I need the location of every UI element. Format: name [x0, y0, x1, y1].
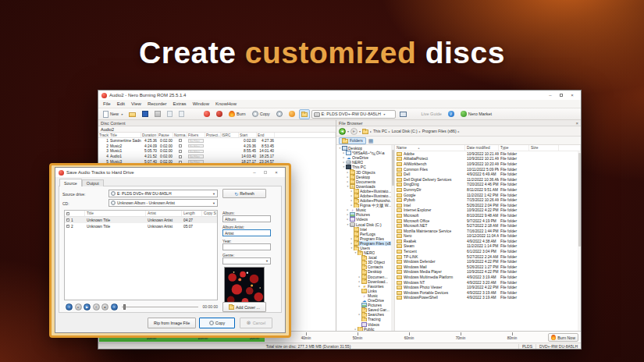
file-row[interactable]: Intel5/26/2022 2:04 PMFile folder — [395, 203, 581, 208]
track-row[interactable]: 1Summertime Sadn...4:25.360:02.00No Filt… — [98, 138, 336, 144]
file-row[interactable]: DummyDir8/11/2022 9:51 AMFile folder — [395, 187, 581, 193]
forward-button[interactable]: ► — [350, 128, 358, 135]
maximize-button[interactable] — [556, 91, 567, 100]
file-row[interactable]: Windows Mail5/26/2022 1:27 PMFile folder — [395, 264, 581, 270]
track-col-header[interactable]: ISRC — [221, 133, 239, 137]
dialog-track-row[interactable]: ✓1Unknown TitleUnknown Artist04:27 — [65, 217, 217, 223]
menu-item-edit[interactable]: Edit — [117, 101, 125, 106]
file-col-header[interactable]: Date modified — [465, 145, 499, 151]
file-col-header[interactable]: Size — [529, 145, 559, 151]
refresh-button[interactable]: ↻ Refresh — [222, 189, 266, 198]
record-button[interactable]: ● — [75, 303, 82, 311]
file-row[interactable]: Microsoft.NET5/27/2022 2:18 AMFile folde… — [395, 223, 581, 229]
file-row[interactable]: Windows NT4/9/2022 3:20 AMFile folder — [395, 280, 581, 286]
skip-back-button[interactable]: « — [66, 303, 73, 311]
toolbar-paste[interactable] — [176, 109, 187, 119]
toolbar-open[interactable] — [126, 109, 138, 119]
file-row[interactable]: Internet Explorer10/9/2022 4:22 PMFile f… — [395, 208, 581, 214]
toolbar-copy-page[interactable] — [165, 109, 175, 119]
back-button[interactable]: ◄ — [339, 128, 346, 135]
file-list-header[interactable]: Name▲Date modifiedTypeSize — [395, 145, 581, 151]
file-row[interactable]: Windows Defender10/9/2022 4:22 PMFile fo… — [395, 259, 581, 264]
filter-field[interactable]: No Filter — [188, 154, 204, 158]
file-row[interactable]: iPybob7/15/2022 10:26 AMFile folder — [395, 197, 581, 203]
tracks-table-header[interactable]: ✓TitleArtistLengthCopy Status — [65, 211, 217, 217]
list-scrollbar[interactable] — [578, 151, 581, 331]
file-row[interactable]: Microsoft Office9/7/2022 4:19 PMFile fol… — [395, 218, 581, 224]
rip-from-image-button[interactable]: Rip from Image File — [148, 318, 196, 328]
stop-button[interactable]: ■ — [101, 303, 109, 311]
track-table-header[interactable]: TrackTitleDurationPauseNorma...FiltersPr… — [98, 133, 336, 138]
disc-name-bar[interactable]: Audio2 — [98, 126, 336, 133]
file-row[interactable]: Windows Multimedia Platform4/9/2022 3:19… — [395, 275, 581, 280]
tree-scrollbar-thumb[interactable] — [392, 150, 394, 186]
normalize-checkbox[interactable] — [179, 155, 182, 158]
file-row[interactable]: Steam11/2/2022 1:14 PMFile folder — [395, 244, 581, 250]
toolbar-burn[interactable]: Burn — [226, 109, 248, 119]
file-row[interactable]: Realtek4/9/2022 4:38 AMFile folder — [395, 239, 581, 244]
file-row[interactable]: Microsoft8/10/2022 9:48 AMFile folder — [395, 213, 581, 218]
dialog-col-header[interactable]: Copy Status — [202, 211, 217, 216]
toolbar-info[interactable]: i — [446, 109, 457, 119]
toolbar-cut[interactable] — [152, 109, 163, 119]
toolbar-undo[interactable] — [188, 109, 200, 119]
folders-button[interactable]: Folders — [339, 137, 366, 144]
menu-item-extras[interactable]: Extras — [173, 101, 187, 106]
burn-now-button[interactable]: Burn Now — [548, 333, 578, 342]
track-col-header[interactable]: Duration — [141, 133, 158, 137]
list-scrollbar-thumb[interactable] — [578, 153, 581, 247]
filter-field[interactable]: No Filter — [188, 150, 204, 154]
file-row[interactable]: WindowsPowerShell4/9/2022 3:19 AMFile fo… — [395, 296, 581, 301]
menu-item-knowhow[interactable]: KnowHow — [215, 101, 237, 106]
track-col-header[interactable]: Protect... — [205, 133, 221, 137]
file-col-header[interactable]: Name▲ — [395, 145, 465, 151]
breadcrumb-segment[interactable]: This PC — [373, 129, 387, 133]
select-all-checkbox[interactable]: ✓ — [66, 212, 69, 215]
track-col-header[interactable]: Pause — [158, 133, 173, 137]
file-row[interactable]: Common Files10/11/2022 5:09 PMFile folde… — [395, 167, 581, 172]
album-artist-input[interactable]: Artist — [222, 229, 271, 236]
dialog-col-header[interactable]: Title — [85, 211, 146, 216]
dialog-close-button[interactable]: × — [271, 169, 282, 177]
file-row[interactable]: Dell4/9/2022 6:49 AMFile folder — [395, 172, 581, 177]
seek-slider[interactable] — [122, 303, 198, 311]
track-row[interactable]: 3Music15:05.700:02.00No Filter8:55.4514:… — [98, 149, 336, 154]
toolbar-nero-market[interactable]: Nero Market — [458, 109, 494, 119]
close-button[interactable]: × — [567, 91, 578, 100]
toolbar-copy-disc[interactable]: Copy — [250, 109, 272, 119]
copy-button[interactable]: Copy — [199, 318, 235, 328]
file-row[interactable]: Tencent6/1/2022 3:04 PMFile folder — [395, 249, 581, 254]
track-col-header[interactable]: Track — [98, 133, 109, 137]
file-row[interactable]: AliWorkbench10/9/2022 10:20 AMFile folde… — [395, 161, 581, 167]
track-col-header[interactable]: Norma... — [173, 133, 187, 137]
breadcrumb-segment[interactable]: Program Files (x86) — [422, 129, 457, 133]
normalize-checkbox[interactable] — [179, 144, 182, 147]
tab-output[interactable]: Output — [82, 179, 104, 186]
menu-item-recorder[interactable]: Recorder — [148, 101, 167, 106]
dialog-minimize-button[interactable]: – — [249, 169, 260, 177]
file-row[interactable]: Mozilla Maintenance Service7/16/2022 1:4… — [395, 229, 581, 234]
minimize-button[interactable]: – — [545, 91, 556, 100]
tree-scrollbar[interactable] — [391, 145, 394, 331]
toolbar-cover-designer[interactable] — [286, 109, 297, 119]
source-drive-select[interactable]: E: PLDS DVD+-RW DU-8A5LH ▼ — [109, 190, 218, 197]
track-col-header[interactable]: Start — [239, 133, 257, 137]
file-row[interactable]: Adobe10/9/2022 10:21 AMFile folder — [395, 151, 581, 157]
toolbar-display[interactable] — [397, 109, 409, 119]
track-row[interactable]: 2Music24:24.090:02.00No Filter4:29.368:5… — [98, 144, 336, 149]
file-row[interactable]: AlibabaProtect10/9/2022 10:21 AMFile fol… — [395, 157, 581, 162]
filter-field[interactable]: No Filter — [188, 139, 204, 143]
track-col-header[interactable]: End — [257, 133, 275, 137]
tab-source[interactable]: Source — [59, 179, 82, 186]
breadcrumb-segment[interactable]: Local Disk (C:) — [392, 129, 418, 133]
views-toggle-icon[interactable]: ▦ — [368, 138, 374, 144]
album-input[interactable]: Album — [222, 215, 271, 222]
file-row[interactable]: DingDing7/20/2022 4:46 PMFile folder — [395, 183, 581, 188]
play-button[interactable]: ▶ — [84, 303, 91, 311]
toolbar-file-browser-toggle[interactable] — [299, 109, 310, 119]
file-row[interactable]: Windows Photo Viewer10/9/2022 4:22 PMFil… — [395, 285, 581, 290]
back-dropdown-icon[interactable]: ▾ — [347, 130, 349, 133]
year-input[interactable] — [222, 243, 271, 250]
genre-select[interactable]: ▼ — [222, 257, 271, 264]
cd-select[interactable]: Unknown Album - Unknown Artist ▼ — [109, 199, 218, 207]
